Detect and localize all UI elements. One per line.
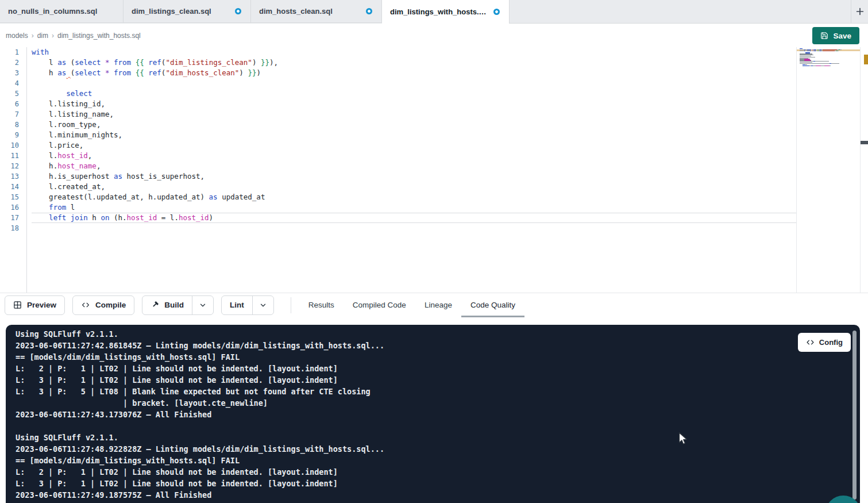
editor-tab-dim_listings_clean.sql[interactable]: dim_listings_clean.sql	[124, 0, 251, 23]
chevron-down-icon	[259, 301, 267, 309]
lint-label: Lint	[230, 301, 244, 309]
code-line[interactable]: greatest(l.updated_at, h.updated_at) as …	[32, 192, 796, 202]
tab-results[interactable]: Results	[299, 293, 344, 317]
terminal-output-text: Using SQLFluff v2.1.1. 2023-06-06T11:27:…	[16, 328, 384, 501]
line-number: 12	[0, 161, 26, 171]
line-number: 10	[0, 140, 26, 151]
line-number: 8	[0, 120, 26, 130]
editor-tab-dim_hosts_clean.sql[interactable]: dim_hosts_clean.sql	[251, 0, 382, 23]
unsaved-indicator-icon	[366, 8, 372, 14]
save-button[interactable]: Save	[812, 27, 859, 44]
line-number: 5	[0, 89, 26, 99]
code-line[interactable]: select	[32, 89, 796, 99]
preview-button[interactable]: Preview	[5, 295, 65, 315]
minimap-line	[800, 66, 860, 67]
plus-icon	[855, 7, 865, 16]
tab-bar-filler	[510, 0, 868, 24]
compile-label: Compile	[95, 301, 126, 309]
code-editor[interactable]: 123456789101112131415161718 with l as (s…	[0, 47, 868, 293]
code-icon	[81, 301, 90, 309]
line-number: 18	[0, 223, 26, 233]
grid-icon	[13, 301, 22, 309]
line-number: 1	[0, 47, 26, 57]
line-number: 15	[0, 192, 26, 202]
line-number: 6	[0, 99, 26, 109]
editor-minimap[interactable]	[796, 47, 860, 293]
breadcrumb-item: dim_listings_with_hosts.sql	[57, 32, 141, 40]
toolbar-divider	[291, 297, 291, 313]
save-label: Save	[833, 32, 851, 40]
breadcrumb: models›dim›dim_listings_with_hosts.sql	[6, 32, 141, 40]
build-dropdown-button[interactable]	[192, 296, 213, 314]
line-number: 3	[0, 68, 26, 78]
line-number: 14	[0, 182, 26, 192]
chevron-down-icon	[199, 301, 207, 309]
tab-label: dim_listings_clean.sql	[132, 7, 211, 16]
save-icon	[820, 32, 828, 40]
code-line[interactable]: with	[32, 47, 796, 57]
lint-output-terminal: Using SQLFluff v2.1.1. 2023-06-06T11:27:…	[6, 325, 860, 503]
new-tab-button[interactable]	[851, 0, 868, 23]
code-area[interactable]: with l as (select * from {{ ref("dim_lis…	[28, 47, 796, 293]
ruler-warning-mark	[864, 55, 868, 64]
editor-tab-no_nulls_in_columns.sql[interactable]: no_nulls_in_columns.sql	[0, 0, 124, 23]
editor-tab-dim_listings_with_hosts.sql[interactable]: dim_listings_with_hosts.sql	[382, 0, 510, 24]
tab-label: dim_hosts_clean.sql	[259, 7, 333, 16]
code-icon	[806, 339, 815, 346]
code-line[interactable]: l.price,	[32, 140, 796, 151]
line-number: 13	[0, 171, 26, 182]
editor-tab-bar: no_nulls_in_columns.sqldim_listings_clea…	[0, 0, 868, 24]
code-line[interactable]: from l	[32, 202, 796, 213]
line-number: 4	[0, 78, 26, 89]
unsaved-indicator-icon	[493, 9, 500, 15]
bottom-panel: Using SQLFluff v2.1.1. 2023-06-06T11:27:…	[0, 325, 868, 503]
hammer-icon	[151, 301, 159, 309]
tab-lineage[interactable]: Lineage	[415, 293, 461, 317]
line-number: 16	[0, 202, 26, 213]
preview-label: Preview	[27, 301, 56, 309]
tab-label: no_nulls_in_columns.sql	[8, 7, 97, 16]
tab-label: dim_listings_with_hosts.sql	[390, 7, 488, 16]
code-line[interactable]	[32, 78, 796, 89]
toolbar-buttons: PreviewCompileBuildLint	[5, 295, 281, 315]
code-line[interactable]: l as (select * from {{ ref("dim_listings…	[32, 57, 796, 68]
lint-button-group: Lint	[221, 295, 274, 315]
lint-dropdown-button[interactable]	[252, 296, 273, 314]
code-line[interactable]: h.host_name,	[32, 161, 796, 171]
action-toolbar: PreviewCompileBuildLint ResultsCompiled …	[0, 293, 868, 317]
line-number: 9	[0, 130, 26, 140]
config-button[interactable]: Config	[798, 333, 851, 352]
build-label: Build	[164, 301, 184, 309]
build-button[interactable]: Build	[142, 296, 192, 314]
tab-compiled-code[interactable]: Compiled Code	[344, 293, 415, 317]
build-button-group: Build	[142, 295, 214, 315]
line-number: 11	[0, 151, 26, 161]
terminal-scrollbar[interactable]	[852, 331, 857, 500]
breadcrumb-item: models	[6, 32, 28, 40]
config-label: Config	[819, 338, 843, 347]
line-number: 2	[0, 57, 26, 68]
code-line[interactable]: l.listing_name,	[32, 109, 796, 120]
line-number: 7	[0, 109, 26, 120]
code-line[interactable]: l.created_at,	[32, 182, 796, 192]
compile-button[interactable]: Compile	[72, 295, 134, 315]
code-line[interactable]: h.is_superhost as host_is_superhost,	[32, 171, 796, 182]
code-line[interactable]: l.minimum_nights,	[32, 130, 796, 140]
code-line[interactable]: left join h on (h.host_id = l.host_id)	[32, 213, 796, 223]
editor-overview-ruler	[860, 47, 868, 293]
breadcrumb-item: dim	[37, 32, 48, 40]
code-line[interactable]	[32, 223, 796, 233]
code-line[interactable]: l.host_id,	[32, 151, 796, 161]
breadcrumb-separator-icon: ›	[52, 32, 54, 40]
editor-header: models›dim›dim_listings_with_hosts.sql S…	[0, 24, 868, 47]
unsaved-indicator-icon	[235, 8, 241, 14]
line-number-gutter: 123456789101112131415161718	[0, 47, 27, 293]
code-line[interactable]: h as (select * from {{ ref("dim_hosts_cl…	[32, 68, 796, 78]
tab-code-quality[interactable]: Code Quality	[461, 293, 524, 317]
panel-tabs: ResultsCompiled CodeLineageCode Quality	[299, 293, 524, 317]
lint-button[interactable]: Lint	[222, 296, 252, 314]
breadcrumb-separator-icon: ›	[32, 32, 34, 40]
code-line[interactable]: l.room_type,	[32, 120, 796, 130]
code-line[interactable]: l.listing_id,	[32, 99, 796, 109]
line-number: 17	[0, 213, 26, 223]
